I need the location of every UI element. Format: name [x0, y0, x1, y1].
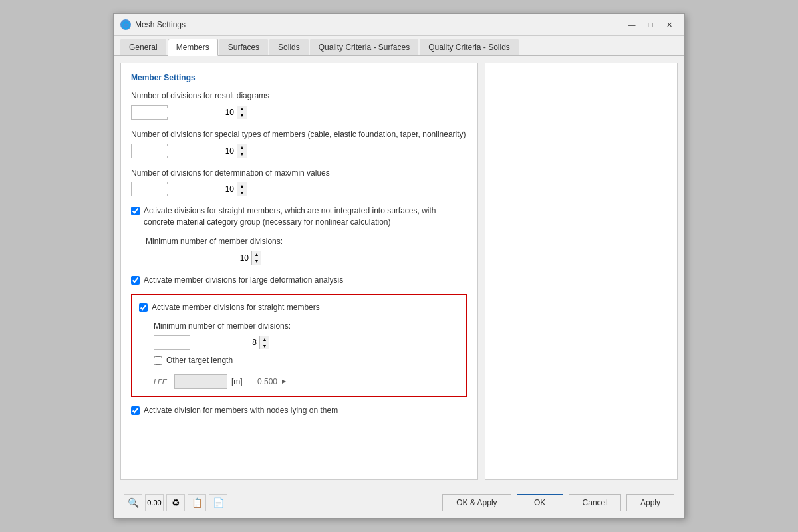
straight-min-down[interactable]: ▼	[260, 342, 269, 349]
tab-members[interactable]: Members	[168, 39, 218, 56]
recycle-icon-btn[interactable]: ♻	[166, 494, 185, 511]
mesh-settings-window: 🌐 Mesh Settings — □ ✕ General Members Su…	[113, 13, 685, 519]
min-divisions-down[interactable]: ▼	[252, 258, 261, 265]
result-diagrams-group: Number of divisions for result diagrams …	[131, 90, 467, 120]
max-min-up[interactable]: ▲	[237, 182, 247, 189]
straight-members-box: Activate member divisions for straight m…	[131, 294, 467, 397]
special-members-spin-btns: ▲ ▼	[237, 144, 247, 158]
maximize-button[interactable]: □	[642, 18, 659, 31]
apply-button[interactable]: Apply	[626, 494, 674, 511]
special-members-input[interactable]	[132, 146, 237, 156]
other-target-checkbox[interactable]	[154, 356, 162, 365]
clipboard-icon-btn[interactable]: 📋	[188, 494, 206, 511]
large-deformation-checkbox[interactable]	[131, 276, 140, 285]
lfe-label: LFE	[154, 378, 170, 386]
straight-min-spinbox[interactable]: ▲ ▼	[154, 335, 190, 350]
lfe-row: LFE ▶ [m]	[154, 374, 460, 389]
large-deformation-label: Activate member divisions for large defo…	[144, 275, 343, 286]
footer: 🔍 0.00 ♻ 📋 📄 OK & Apply OK Cancel Apply	[114, 487, 684, 518]
content-area: Member Settings Number of divisions for …	[114, 56, 684, 487]
ok-apply-button[interactable]: OK & Apply	[442, 494, 511, 511]
tab-general[interactable]: General	[120, 39, 166, 55]
lfe-input[interactable]	[175, 377, 280, 386]
side-panel	[485, 63, 678, 480]
straight-min-up[interactable]: ▲	[260, 336, 269, 342]
nodes-lying-row: Activate division for members with nodes…	[131, 405, 467, 416]
app-icon: 🌐	[120, 19, 131, 30]
special-members-down[interactable]: ▼	[237, 151, 247, 158]
max-min-down[interactable]: ▼	[237, 189, 247, 196]
straight-min-spin-btns: ▲ ▼	[259, 336, 269, 349]
footer-buttons: OK & Apply OK Cancel Apply	[442, 494, 674, 511]
cancel-button[interactable]: Cancel	[569, 494, 621, 511]
decimal-icon-btn[interactable]: 0.00	[145, 494, 164, 511]
lfe-spinbox[interactable]: ▶	[174, 374, 227, 389]
activate-divisions-label: Activate divisions for straight members,…	[144, 205, 467, 228]
lfe-arrow-btn[interactable]: ▶	[280, 378, 288, 384]
minimize-button[interactable]: —	[623, 18, 640, 31]
straight-members-checkbox[interactable]	[139, 303, 148, 312]
nodes-lying-checkbox[interactable]	[131, 406, 140, 415]
max-min-label: Number of divisions for determination of…	[131, 168, 467, 179]
result-diagrams-input[interactable]	[132, 108, 237, 117]
result-diagrams-spinbox[interactable]: ▲ ▼	[131, 105, 168, 120]
min-divisions-up[interactable]: ▲	[252, 251, 261, 258]
straight-members-row: Activate member divisions for straight m…	[139, 302, 460, 313]
min-divisions-input[interactable]	[146, 253, 251, 263]
special-members-label: Number of divisions for special types of…	[131, 129, 467, 140]
straight-min-block: Minimum number of member divisions: ▲ ▼ …	[154, 321, 460, 389]
other-target-row: Other target length	[154, 355, 460, 366]
straight-min-label: Minimum number of member divisions:	[154, 321, 460, 332]
result-diagrams-up[interactable]: ▲	[237, 106, 247, 112]
min-divisions-spin-btns: ▲ ▼	[251, 251, 261, 265]
lfe-unit: [m]	[231, 377, 243, 386]
tab-bar: General Members Surfaces Solids Quality …	[114, 36, 684, 56]
close-button[interactable]: ✕	[660, 18, 678, 31]
tab-surfaces[interactable]: Surfaces	[219, 39, 268, 55]
special-members-group: Number of divisions for special types of…	[131, 129, 467, 158]
special-members-up[interactable]: ▲	[237, 144, 247, 151]
result-diagrams-spin-btns: ▲ ▼	[237, 106, 247, 119]
min-divisions-spinbox[interactable]: ▲ ▼	[146, 251, 182, 265]
window-title: Mesh Settings	[135, 20, 186, 29]
straight-members-label: Activate member divisions for straight m…	[152, 302, 320, 313]
tab-quality-criteria-solids[interactable]: Quality Criteria - Solids	[420, 39, 519, 55]
max-min-spinbox[interactable]: ▲ ▼	[131, 182, 168, 196]
result-diagrams-label: Number of divisions for result diagrams	[131, 90, 467, 102]
max-min-spin-btns: ▲ ▼	[237, 182, 247, 196]
title-bar-left: 🌐 Mesh Settings	[120, 19, 186, 30]
straight-min-input[interactable]	[154, 338, 259, 347]
tab-quality-criteria-surfaces[interactable]: Quality Criteria - Surfaces	[310, 39, 418, 55]
tab-solids[interactable]: Solids	[269, 39, 309, 55]
max-min-group: Number of divisions for determination of…	[131, 168, 467, 197]
other-target-label: Other target length	[166, 355, 233, 366]
search-icon-btn[interactable]: 🔍	[124, 494, 142, 511]
min-divisions-label: Minimum number of member divisions:	[146, 236, 467, 247]
footer-icons: 🔍 0.00 ♻ 📋 📄	[124, 494, 227, 511]
document-icon-btn[interactable]: 📄	[209, 494, 227, 511]
section-title: Member Settings	[131, 73, 467, 82]
result-diagrams-down[interactable]: ▼	[237, 112, 247, 119]
title-bar: 🌐 Mesh Settings — □ ✕	[114, 14, 684, 36]
activate-divisions-row: Activate divisions for straight members,…	[131, 205, 467, 228]
special-members-spinbox[interactable]: ▲ ▼	[131, 144, 168, 158]
ok-button[interactable]: OK	[517, 494, 563, 511]
max-min-input[interactable]	[132, 184, 237, 194]
activate-divisions-checkbox[interactable]	[131, 207, 140, 215]
title-controls: — □ ✕	[623, 18, 678, 31]
min-divisions-block: Minimum number of member divisions: ▲ ▼	[146, 236, 467, 265]
nodes-lying-label: Activate division for members with nodes…	[144, 405, 338, 416]
large-deformation-row: Activate member divisions for large defo…	[131, 275, 467, 286]
main-panel: Member Settings Number of divisions for …	[120, 63, 478, 480]
